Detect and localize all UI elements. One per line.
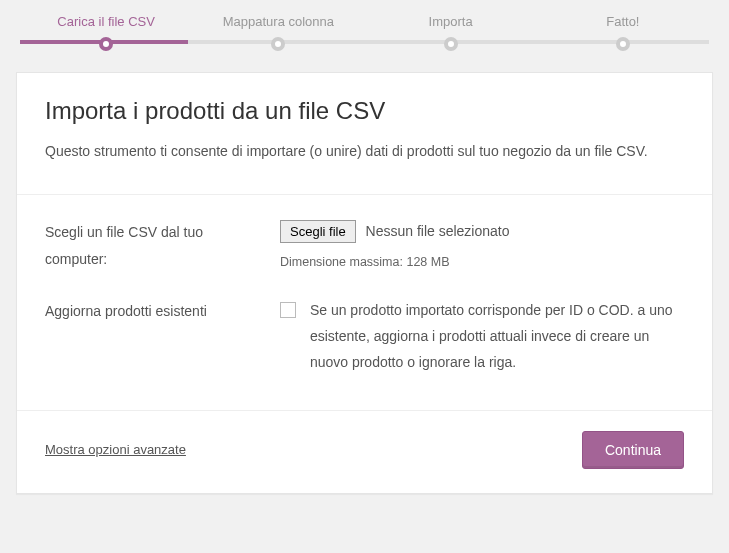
stepper: Carica il file CSV Mappatura colonna Imp… [0,0,729,54]
advanced-options-link[interactable]: Mostra opzioni avanzate [45,442,186,457]
step-import-label: Importa [365,14,537,29]
card-footer: Mostra opzioni avanzate Continua [17,410,712,493]
page-description: Questo strumento ti consente di importar… [45,139,684,164]
form-section: Scegli un file CSV dal tuo computer: Sce… [17,195,712,410]
file-control: Scegli file Nessun file selezionato Dime… [280,219,684,274]
step-done: Fatto! [537,14,709,54]
step-upload: Carica il file CSV [20,14,192,54]
step-dot-icon [616,37,630,51]
file-row: Scegli un file CSV dal tuo computer: Sce… [45,219,684,274]
file-status: Nessun file selezionato [366,223,510,239]
choose-file-button[interactable]: Scegli file [280,220,356,243]
step-upload-label: Carica il file CSV [20,14,192,29]
file-label: Scegli un file CSV dal tuo computer: [45,219,280,274]
page-title: Importa i prodotti da un file CSV [45,97,684,125]
file-size-hint: Dimensione massima: 128 MB [280,251,684,274]
continue-button[interactable]: Continua [582,431,684,469]
step-dot-icon [444,37,458,51]
step-done-label: Fatto! [537,14,709,29]
card-header: Importa i prodotti da un file CSV Questo… [17,73,712,174]
update-control: Se un prodotto importato corrisponde per… [280,298,684,376]
update-label: Aggiorna prodotti esistenti [45,298,280,376]
step-mapping: Mappatura colonna [192,14,364,54]
update-row: Aggiorna prodotti esistenti Se un prodot… [45,298,684,376]
step-dot-icon [99,37,113,51]
step-dot-icon [271,37,285,51]
import-card: Importa i prodotti da un file CSV Questo… [16,72,713,494]
update-checkbox[interactable] [280,302,296,318]
update-checkbox-text: Se un prodotto importato corrisponde per… [310,298,684,376]
step-import: Importa [365,14,537,54]
step-mapping-label: Mappatura colonna [192,14,364,29]
